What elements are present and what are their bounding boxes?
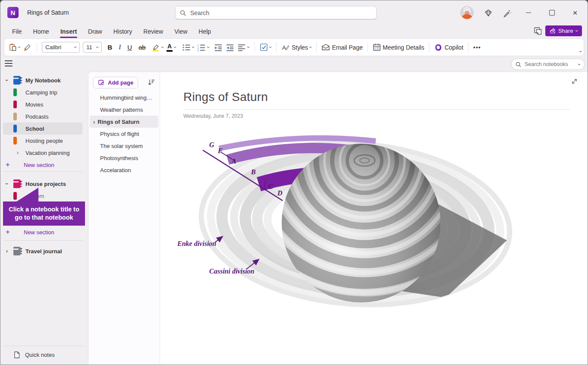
chevron-down-icon[interactable]: › — [4, 74, 9, 87]
page-label: Weather patterns — [100, 107, 143, 113]
expand-page-icon[interactable] — [571, 78, 578, 85]
chevron-right-icon[interactable]: › — [93, 119, 95, 125]
saturn-drawing: G F A B C D Enke division Cassini divisi… — [170, 128, 528, 322]
new-section-label: New section — [24, 162, 54, 168]
bullet-list-icon — [182, 44, 191, 51]
page-item[interactable]: Weather patterns — [88, 104, 160, 116]
section-movies[interactable]: Movies — [0, 98, 85, 110]
more-commands-button[interactable]: ••• — [473, 44, 481, 51]
email-page-button[interactable]: Email Page — [321, 44, 363, 51]
notebook-icon — [13, 76, 21, 85]
search-notebooks-input[interactable] — [524, 61, 576, 68]
collapse-ribbon-chevron-icon[interactable]: › — [578, 50, 583, 52]
svg-text:3: 3 — [197, 49, 198, 51]
menu-help[interactable]: Help — [193, 26, 217, 37]
underline-button[interactable]: U — [127, 44, 132, 51]
chevron-down-icon[interactable]: › — [246, 46, 252, 48]
section-school-selected[interactable]: School — [3, 123, 82, 135]
font-size-select[interactable]: 11› — [83, 42, 102, 53]
new-section-button[interactable]: + New section — [0, 159, 85, 171]
chevron-right-icon[interactable]: › — [0, 249, 13, 254]
chevron-down-icon[interactable]: › — [267, 46, 273, 48]
whats-new-icon[interactable] — [503, 9, 512, 17]
section-hosting-people[interactable]: Hosting people — [0, 135, 85, 147]
page-date: Wednesday, June 7, 2023 — [183, 113, 243, 119]
chevron-down-icon[interactable]: › — [206, 46, 211, 48]
alignment-button[interactable]: › — [237, 44, 249, 51]
menu-file[interactable]: File — [6, 26, 28, 37]
bullet-list-button[interactable]: › — [182, 44, 194, 51]
close-button[interactable]: × — [569, 6, 582, 19]
menu-home[interactable]: Home — [28, 26, 55, 37]
minimize-button[interactable] — [522, 6, 535, 19]
highlight-button[interactable]: › — [151, 43, 164, 52]
section-podcasts[interactable]: Podcasts — [0, 110, 85, 123]
todo-tag-button[interactable]: › — [260, 43, 271, 51]
section-label: Camping trip — [25, 89, 57, 96]
chevron-down-icon: › — [95, 46, 101, 48]
email-icon — [321, 44, 330, 50]
page-label: Photosynthesis — [100, 155, 138, 161]
meeting-details-button[interactable]: Meeting Details — [373, 43, 424, 51]
page-item[interactable]: Accelaration — [88, 164, 160, 176]
numbered-list-button[interactable]: 123 › — [197, 44, 209, 51]
page-item[interactable]: Physics of flight — [88, 128, 160, 140]
italic-button[interactable]: I — [119, 44, 121, 51]
chevron-down-icon[interactable]: › — [4, 177, 9, 190]
global-search-box[interactable] — [175, 6, 377, 19]
font-color-button[interactable]: A › — [167, 43, 176, 51]
search-input[interactable] — [189, 9, 372, 17]
decrease-indent-button[interactable] — [214, 44, 223, 51]
enke-division-label: Enke division — [177, 240, 216, 247]
premium-diamond-icon[interactable] — [484, 9, 493, 17]
chevron-down-icon[interactable]: › — [190, 46, 196, 48]
section-partially-hidden[interactable]: oom — [0, 190, 85, 202]
onenote-logo-icon[interactable]: N — [7, 7, 19, 18]
menu-history[interactable]: History — [108, 26, 138, 37]
new-section-button[interactable]: + New section — [0, 226, 85, 238]
notebook-travel-journal[interactable]: › Travel journal — [0, 245, 85, 257]
page-item[interactable]: Photosynthesis — [88, 152, 160, 164]
section-group-vacation-planning[interactable]: › Vacation planning — [0, 147, 85, 159]
format-painter-button[interactable] — [23, 43, 32, 51]
page-item[interactable]: Hummingbird wing… — [88, 91, 160, 104]
page-item[interactable]: The solar system — [88, 140, 160, 152]
quick-notes-label: Quick notes — [25, 352, 55, 358]
quick-notes-button[interactable]: Quick notes — [0, 349, 85, 361]
increase-indent-button[interactable] — [226, 44, 234, 51]
chevron-right-icon[interactable]: › — [10, 150, 25, 155]
sort-pages-icon[interactable] — [147, 78, 155, 87]
numbered-list-icon: 123 — [197, 44, 206, 51]
notebook-my-notebook[interactable]: › My Notebook — [0, 74, 85, 86]
menu-view[interactable]: View — [169, 26, 193, 37]
menu-insert[interactable]: Insert — [55, 26, 82, 37]
page-canvas[interactable]: Rings of Saturn Wednesday, June 7, 2023 — [160, 72, 588, 365]
bold-button[interactable]: B — [107, 44, 112, 51]
search-notebooks-box[interactable]: › — [511, 59, 585, 70]
chevron-down-icon[interactable]: › — [308, 46, 314, 48]
chevron-down-icon[interactable]: › — [17, 46, 22, 48]
account-avatar[interactable] — [460, 6, 474, 19]
chevron-down-icon[interactable]: › — [160, 46, 165, 48]
page-item-selected[interactable]: › Rings of Saturn — [90, 116, 158, 128]
title-bar: N Rings of Saturn × — [0, 0, 588, 25]
dock-window-icon[interactable] — [533, 26, 543, 36]
copilot-button[interactable]: Copilot — [434, 43, 463, 52]
font-name-select[interactable]: Cailbri› — [42, 42, 80, 53]
ring-label-g: G — [209, 141, 214, 148]
add-page-button[interactable]: Add page — [93, 77, 138, 88]
maximize-button[interactable] — [545, 6, 558, 19]
styles-button[interactable]: A Styles › — [281, 44, 311, 51]
menu-review[interactable]: Review — [138, 26, 169, 37]
strikethrough-button[interactable]: ab — [138, 44, 146, 51]
page-title[interactable]: Rings of Saturn — [183, 90, 268, 104]
share-button[interactable]: Share › — [545, 25, 582, 36]
menu-draw[interactable]: Draw — [82, 26, 108, 37]
notebook-house-projects[interactable]: › House projects — [0, 178, 85, 190]
plus-icon: + — [1, 228, 14, 236]
chevron-down-icon[interactable]: › — [576, 63, 582, 65]
paste-button[interactable]: › — [9, 43, 20, 51]
section-camping-trip[interactable]: Camping trip — [0, 86, 85, 98]
notebook-label: Travel journal — [25, 248, 62, 255]
chevron-down-icon[interactable]: › — [173, 46, 178, 48]
